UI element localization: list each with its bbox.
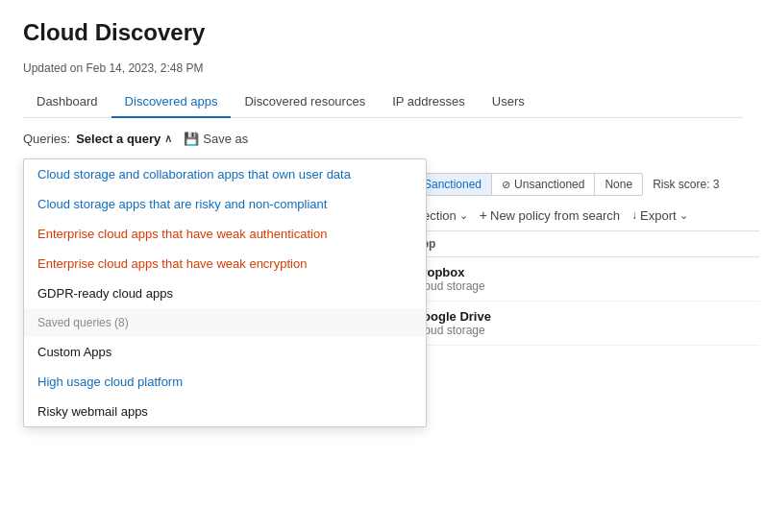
tab-ip-addresses[interactable]: IP addresses (379, 86, 479, 118)
app-type-dropbox: Cloud storage (413, 279, 759, 293)
new-policy-label: New policy from search (490, 208, 620, 223)
export-chevron-icon: ⌄ (680, 209, 688, 222)
save-icon: 💾 (184, 132, 199, 146)
page-title: Cloud Discovery (23, 19, 743, 46)
tab-dashboard[interactable]: Dashboard (23, 86, 111, 118)
chevron-up-icon: ∧ (164, 133, 172, 145)
new-policy-button[interactable]: + New policy from search (480, 207, 620, 223)
dropdown-item-enterprise-weak-enc[interactable]: Enterprise cloud apps that have weak enc… (24, 249, 426, 278)
filter-row: Sanctioned ⊘ Unsanctioned None Risk scor… (413, 173, 759, 196)
filter-unsanctioned-btn[interactable]: ⊘ Unsanctioned (492, 173, 595, 196)
export-button[interactable]: ↓ Export ⌄ (631, 208, 688, 223)
tab-users[interactable]: Users (479, 86, 538, 118)
risk-score-label: Risk score: 3 (653, 178, 719, 191)
select-query-button[interactable]: Select a query ∧ (76, 132, 172, 146)
save-as-button[interactable]: 💾 Save as (184, 132, 248, 146)
plus-icon: + (480, 207, 487, 223)
app-type-googledrive: Cloud storage (413, 324, 759, 337)
tab-discovered-resources[interactable]: Discovered resources (231, 86, 379, 118)
query-dropdown: Cloud storage and collaboration apps tha… (23, 158, 427, 427)
updated-text: Updated on Feb 14, 2023, 2:48 PM (23, 61, 743, 75)
actions-row: election ⌄ + New policy from search ↓ Ex… (413, 204, 759, 230)
dropdown-item-gdpr-ready[interactable]: GDPR-ready cloud apps (24, 278, 426, 308)
right-panel: Sanctioned ⊘ Unsanctioned None Risk scor… (413, 173, 759, 346)
queries-label: Queries: (23, 132, 70, 146)
dropdown-item-cloud-storage-risky[interactable]: Cloud storage apps that are risky and no… (24, 189, 426, 219)
table-row: Dropbox Cloud storage (413, 257, 759, 302)
app-name-dropbox: Dropbox (413, 265, 759, 279)
table-header: App (413, 231, 759, 257)
tab-discovered-apps[interactable]: Discovered apps (111, 86, 232, 118)
selection-chevron-icon: ⌄ (459, 209, 468, 222)
app-name-googledrive: Google Drive (413, 309, 759, 324)
tabs-bar: Dashboard Discovered apps Discovered res… (23, 86, 743, 118)
filter-none-btn[interactable]: None (595, 173, 643, 196)
queries-bar: Queries: Select a query ∧ 💾 Save as Clou… (23, 132, 743, 146)
select-query-label: Select a query (76, 132, 161, 146)
dropdown-item-high-usage[interactable]: High usage cloud platform (24, 367, 426, 397)
apps-table: App Dropbox Cloud storage Google Drive C… (413, 230, 759, 346)
table-row: Google Drive Cloud storage (413, 302, 759, 346)
save-as-label: Save as (203, 132, 248, 146)
dropdown-item-risky-webmail[interactable]: Risky webmail apps (24, 397, 426, 426)
dropdown-scroll[interactable]: Cloud storage and collaboration apps tha… (24, 159, 426, 426)
dropdown-item-saved-queries: Saved queries (8) (24, 308, 426, 337)
dropdown-item-enterprise-weak-auth[interactable]: Enterprise cloud apps that have weak aut… (24, 219, 426, 249)
unsanctioned-label: Unsanctioned (514, 178, 584, 191)
dropdown-item-cloud-storage-collab[interactable]: Cloud storage and collaboration apps tha… (24, 159, 426, 189)
export-icon: ↓ (631, 208, 637, 222)
dropdown-item-custom-apps[interactable]: Custom Apps (24, 337, 426, 367)
unsanctioned-icon: ⊘ (502, 179, 510, 191)
export-label: Export (640, 208, 677, 223)
